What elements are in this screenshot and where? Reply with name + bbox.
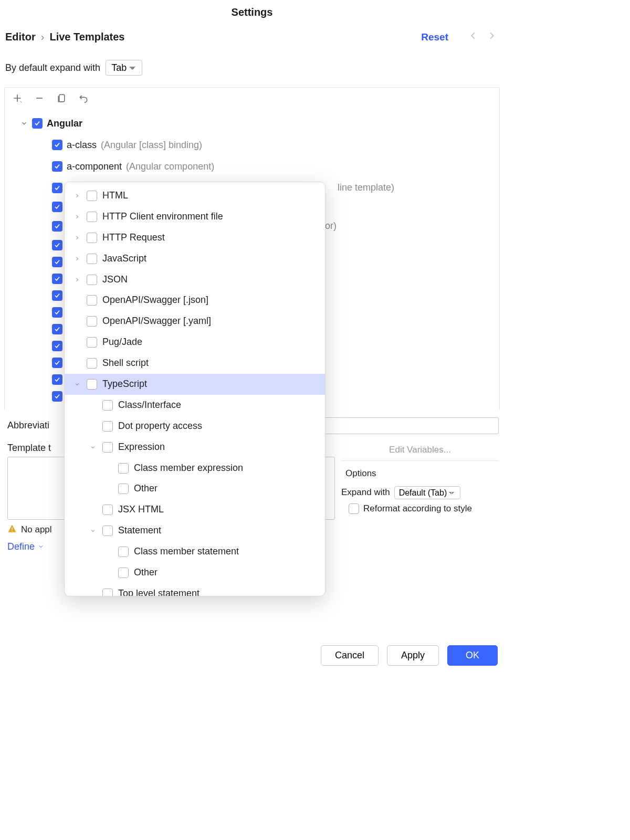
undo-icon[interactable] <box>78 93 89 106</box>
header: Editor › Live Templates Reset <box>0 18 504 48</box>
context-item[interactable]: Class member expression <box>65 458 325 479</box>
context-item[interactable]: Other <box>65 478 325 499</box>
checkbox-icon[interactable] <box>102 442 113 453</box>
checkbox-icon[interactable] <box>87 379 97 390</box>
breadcrumb: Editor › Live Templates <box>5 31 124 43</box>
checkbox-icon[interactable] <box>52 202 62 212</box>
svg-rect-1 <box>12 528 13 530</box>
checkbox-icon[interactable] <box>102 421 113 432</box>
context-item[interactable]: JSON <box>65 269 325 290</box>
context-item[interactable]: OpenAPI/Swagger [.yaml] <box>65 311 325 332</box>
checkbox-icon[interactable] <box>87 275 97 285</box>
remove-icon[interactable] <box>34 93 45 106</box>
apply-button[interactable]: Apply <box>387 645 439 666</box>
checkbox-icon[interactable] <box>52 140 62 150</box>
context-item-label: Other <box>134 481 158 496</box>
checkbox-icon[interactable] <box>87 337 97 348</box>
breadcrumb-live-templates[interactable]: Live Templates <box>49 31 124 43</box>
reformat-label: Reformat according to style <box>363 503 472 514</box>
checkbox-icon[interactable] <box>87 316 97 327</box>
context-item[interactable]: Shell script <box>65 353 325 374</box>
context-popover[interactable]: HTMLHTTP Client environment fileHTTP Req… <box>64 182 326 596</box>
context-item[interactable]: Top level statement <box>65 583 325 596</box>
chevron-right-icon <box>73 193 81 199</box>
template-a-class[interactable]: a-class (Angular [class] binding) <box>5 134 499 156</box>
checkbox-icon[interactable] <box>32 118 43 129</box>
context-item-label: JSON <box>102 272 128 287</box>
expand-with-select-local[interactable]: Default (Tab) <box>394 486 460 499</box>
checkbox-icon[interactable] <box>52 274 62 284</box>
chevron-down-icon <box>89 528 97 534</box>
checkbox-icon[interactable] <box>87 358 97 369</box>
context-item[interactable]: TypeScript <box>65 374 325 395</box>
checkbox-icon[interactable] <box>52 341 62 351</box>
context-item[interactable]: HTTP Request <box>65 227 325 248</box>
copy-icon[interactable] <box>56 93 67 106</box>
dialog-footer: Cancel Apply OK <box>321 638 498 666</box>
checkbox-icon[interactable] <box>102 589 113 596</box>
checkbox-icon[interactable] <box>52 374 62 385</box>
context-item[interactable]: Class/Interface <box>65 395 325 416</box>
checkbox-icon[interactable] <box>118 547 129 557</box>
checkbox-icon[interactable] <box>118 463 129 474</box>
checkbox-icon[interactable] <box>102 400 113 411</box>
template-key: a-component <box>67 159 122 174</box>
edit-variables-button[interactable]: Edit Variables... <box>341 443 499 461</box>
back-arrow-icon[interactable] <box>467 30 479 44</box>
checkbox-icon[interactable] <box>102 505 113 515</box>
context-item[interactable]: Class member statement <box>65 541 325 562</box>
template-desc-peek: line template) <box>338 180 394 195</box>
expand-with-select[interactable]: Tab <box>106 60 142 76</box>
context-item[interactable]: Expression <box>65 437 325 458</box>
checkbox-icon[interactable] <box>87 254 97 264</box>
cancel-button[interactable]: Cancel <box>321 645 379 666</box>
checkbox-icon[interactable] <box>52 183 62 193</box>
context-item-label: Class/Interface <box>118 398 181 413</box>
context-item[interactable]: HTML <box>65 185 325 206</box>
checkbox-icon[interactable] <box>102 526 113 536</box>
checkbox-icon[interactable] <box>118 484 129 494</box>
add-icon[interactable] <box>12 93 23 106</box>
context-item-label: HTTP Request <box>102 230 165 245</box>
context-item[interactable]: JSX HTML <box>65 499 325 520</box>
checkbox-icon[interactable] <box>87 233 97 243</box>
checkbox-icon[interactable] <box>52 358 62 368</box>
breadcrumb-editor[interactable]: Editor <box>5 31 36 43</box>
context-item[interactable]: Pug/Jade <box>65 332 325 353</box>
context-item-label: Statement <box>118 523 161 538</box>
chevron-right-icon <box>73 256 81 262</box>
checkbox-icon[interactable] <box>52 221 62 232</box>
context-item[interactable]: Other <box>65 562 325 583</box>
ok-button[interactable]: OK <box>447 645 498 666</box>
checkbox-icon[interactable] <box>52 307 62 318</box>
checkbox-icon[interactable] <box>52 161 62 172</box>
context-item[interactable]: Dot property access <box>65 416 325 437</box>
checkbox-icon[interactable] <box>118 568 129 578</box>
context-item-label: OpenAPI/Swagger [.yaml] <box>102 314 211 329</box>
context-item[interactable]: JavaScript <box>65 248 325 269</box>
context-item[interactable]: HTTP Client environment file <box>65 206 325 227</box>
chevron-right-icon <box>73 235 81 241</box>
description-input[interactable] <box>322 417 499 434</box>
forward-arrow-icon[interactable] <box>486 30 498 44</box>
context-item[interactable]: OpenAPI/Swagger [.json] <box>65 290 325 311</box>
checkbox-icon[interactable] <box>87 212 97 222</box>
group-angular[interactable]: Angular <box>5 113 499 134</box>
reformat-option[interactable]: Reformat according to style <box>341 503 499 514</box>
checkbox-icon[interactable] <box>52 391 62 402</box>
checkbox-icon[interactable] <box>52 324 62 334</box>
checkbox-icon[interactable] <box>52 240 62 250</box>
checkbox-icon[interactable] <box>52 257 62 267</box>
context-item-label: Class member statement <box>134 544 239 559</box>
checkbox-icon[interactable] <box>87 191 97 201</box>
context-item[interactable]: Statement <box>65 520 325 541</box>
abbreviation-label: Abbreviati <box>7 420 49 431</box>
checkbox-icon[interactable] <box>87 295 97 306</box>
warning-icon <box>7 524 17 536</box>
reset-link[interactable]: Reset <box>421 32 448 43</box>
group-label: Angular <box>47 116 82 131</box>
warning-text: No appl <box>21 524 52 535</box>
checkbox-icon[interactable] <box>349 503 359 514</box>
checkbox-icon[interactable] <box>52 290 62 301</box>
template-a-component[interactable]: a-component (Angular component) <box>5 156 499 177</box>
